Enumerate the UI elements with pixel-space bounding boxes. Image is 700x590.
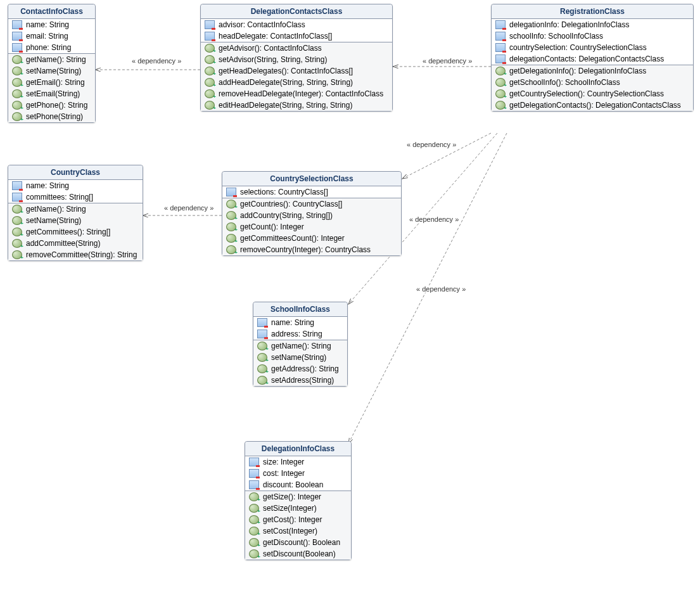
class-methods: getCountries(): CountryClass[]addCountry…: [222, 198, 401, 255]
attribute-icon: [257, 330, 267, 338]
dependency-label: « dependency »: [163, 204, 215, 212]
method-icon: [249, 538, 259, 547]
member-label: getAdvisor(): ContactInfoClass: [219, 44, 322, 53]
class-method: setAdvisor(String, String, String): [201, 54, 392, 65]
class-method: removeCommittee(String): String: [8, 249, 143, 260]
class-methods: getAdvisor(): ContactInfoClasssetAdvisor…: [201, 42, 392, 111]
method-icon: [226, 234, 236, 243]
attribute-icon: [12, 181, 22, 190]
method-icon: [495, 78, 506, 87]
class-attribute: advisor: ContactInfoClass: [201, 19, 392, 30]
class-method: getCountrySelection(): CountrySelectionC…: [492, 88, 693, 99]
member-label: addCommittee(String): [26, 239, 100, 248]
class-attribute: cost: Integer: [245, 468, 351, 479]
method-icon: [12, 55, 22, 64]
member-label: removeCommittee(String): String: [26, 250, 137, 259]
member-label: delegationContacts: DelegationContactsCl…: [509, 55, 664, 63]
class-attribute: phone: String: [8, 42, 95, 53]
member-label: getName(): String: [271, 342, 331, 350]
class-attribute: address: String: [253, 328, 347, 340]
class-methods: getName(): StringsetName(String)getAddre…: [253, 340, 347, 386]
class-method: setAddress(String): [253, 375, 347, 386]
class-method: editHeadDelegate(String, String, String): [201, 99, 392, 111]
class-method: getSize(): Integer: [245, 491, 351, 503]
class-attribute: name: String: [8, 180, 143, 191]
class-method: getCost(): Integer: [245, 514, 351, 525]
dependency-label: « dependency »: [415, 285, 467, 293]
attribute-icon: [495, 32, 506, 41]
member-label: getPhone(): String: [26, 101, 87, 110]
method-icon: [12, 250, 22, 259]
class-method: getSchoolInfo(): SchoolInfoClass: [492, 77, 693, 88]
method-icon: [12, 239, 22, 248]
method-icon: [495, 67, 506, 75]
attribute-icon: [12, 43, 22, 52]
method-icon: [226, 245, 236, 254]
class-method: setPhone(String): [8, 111, 95, 122]
attribute-icon: [249, 469, 259, 478]
member-label: getCost(): Integer: [263, 515, 322, 524]
dependency-label: « dependency »: [405, 141, 457, 148]
member-label: name: String: [26, 181, 69, 190]
class-title: CountrySelectionClass: [222, 172, 401, 186]
method-icon: [12, 78, 22, 87]
class-attribute: delegationContacts: DelegationContactsCl…: [492, 53, 693, 65]
class-method: getCountries(): CountryClass[]: [222, 198, 401, 210]
member-label: name: String: [26, 20, 69, 29]
class-method: getDelegationContacts(): DelegationConta…: [492, 99, 693, 111]
attribute-icon: [249, 458, 259, 466]
member-label: setDiscount(Boolean): [263, 549, 336, 558]
member-label: getCommitteesCount(): Integer: [240, 234, 345, 243]
class-country: CountryClass name: Stringcommittees: Str…: [8, 165, 143, 261]
member-label: phone: String: [26, 43, 71, 52]
member-label: cost: Integer: [263, 469, 305, 478]
class-title: RegistrationClass: [492, 4, 693, 19]
class-contactinfo: ContactInfoClass name: Stringemail: Stri…: [8, 4, 96, 123]
member-label: discount: Boolean: [263, 480, 323, 489]
class-method: addCountry(String, String[]): [222, 210, 401, 221]
class-attribute: headDelegate: ContactInfoClass[]: [201, 30, 392, 42]
member-label: committees: String[]: [26, 193, 93, 202]
method-icon: [205, 67, 215, 75]
class-method: getDiscount(): Boolean: [245, 537, 351, 548]
class-attrs: name: Stringaddress: String: [253, 317, 347, 340]
class-countryselection: CountrySelectionClass selections: Countr…: [222, 171, 402, 256]
attribute-icon: [205, 32, 215, 41]
method-icon: [495, 89, 506, 98]
class-method: setName(String): [253, 352, 347, 363]
class-methods: getDelegationInfo(): DelegationInfoClass…: [492, 65, 693, 111]
class-title: DelegationContactsClass: [201, 4, 392, 19]
dependency-label: « dependency »: [408, 215, 460, 223]
member-label: setAdvisor(String, String, String): [219, 55, 327, 64]
method-icon: [205, 89, 215, 98]
member-label: removeHeadDelegate(Integer): ContactInfo…: [219, 89, 383, 98]
member-label: getSchoolInfo(): SchoolInfoClass: [509, 78, 620, 87]
member-label: setName(String): [271, 353, 326, 362]
method-icon: [226, 211, 236, 220]
class-attribute: countrySelection: CountrySelectionClass: [492, 42, 693, 53]
class-title: SchoolInfoClass: [253, 302, 347, 317]
member-label: editHeadDelegate(String, String, String): [219, 101, 352, 110]
member-label: getAddress(): String: [271, 364, 339, 373]
class-method: addCommittee(String): [8, 238, 143, 249]
class-delegationcontacts: DelegationContactsClass advisor: Contact…: [200, 4, 393, 112]
class-method: getName(): String: [8, 54, 95, 65]
attribute-icon: [495, 55, 506, 63]
method-icon: [257, 376, 267, 385]
class-title: CountryClass: [8, 165, 143, 180]
member-label: addCountry(String, String[]): [240, 211, 333, 220]
class-title: DelegationInfoClass: [245, 442, 351, 456]
dependency-label: « dependency »: [130, 57, 182, 65]
method-icon: [257, 364, 267, 373]
member-label: countrySelection: CountrySelectionClass: [509, 43, 647, 52]
member-label: getDelegationInfo(): DelegationInfoClass: [509, 67, 646, 75]
attribute-icon: [205, 20, 215, 29]
member-label: getCount(): Integer: [240, 222, 304, 231]
class-method: getCommitteesCount(): Integer: [222, 233, 401, 244]
method-icon: [12, 112, 22, 121]
method-icon: [205, 55, 215, 64]
member-label: delegationInfo: DelegationInfoClass: [509, 20, 629, 29]
method-icon: [12, 205, 22, 214]
class-method: getHeadDelegates(): ContactInfoClass[]: [201, 65, 392, 77]
method-icon: [249, 492, 259, 501]
